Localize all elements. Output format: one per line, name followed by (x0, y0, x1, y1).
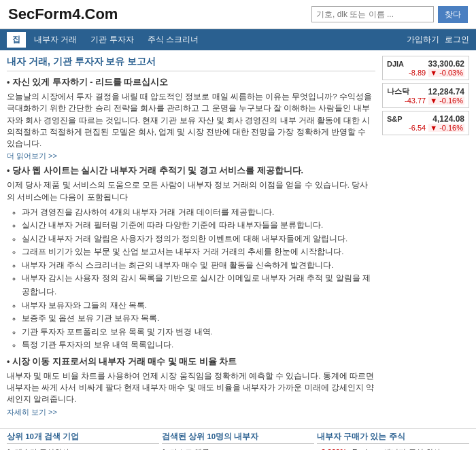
search-button[interactable]: 찾다 (438, 6, 468, 23)
bottom-col3-list: +3,333%Enphase 에너지 주식 회사+2,449%Axsome Th… (317, 446, 469, 450)
ticker-nasdaq: 나스닥 12,284.74 -43.77 ▼ -0.16% (382, 83, 469, 108)
feature-item: 실시간 내부자 거래 알림은 사용자가 정의가 정의한 이벤트에 대해 내부자들… (22, 232, 375, 246)
feature-item: 내부자 보유자와 그들의 재산 목록. (22, 299, 375, 313)
nav-home[interactable]: 집 (7, 32, 26, 48)
ticker-djia-value: 33,300.62 (428, 59, 464, 69)
feature-item: 내부자 감시는 사용자 정의 감시 목록을 기반으로 실시간 이메일로 내부자 … (22, 272, 375, 298)
section2-text: 이제 당사 제품 및 서비스의 도움으로 모든 사람이 내부자 정보 거래의 이… (7, 179, 375, 203)
bottom-col1-title: 상위 10개 검색 기업 (7, 432, 159, 444)
bottom-col2-title: 검색된 상위 10명의 내부자 (162, 432, 314, 444)
feature-item: 특정 기관 투자자의 보유 내역 목록입니다. (22, 339, 375, 352)
insider-list-item: +3,333%Enphase 에너지 주식 회사 (317, 446, 469, 450)
feature-item: 실시간 내부자 거래 필터링 기준에 따라 다양한 기준에 따라 내부자들을 분… (22, 219, 375, 232)
nav-item-insider[interactable]: 내부자 거래 (29, 32, 82, 48)
ticker-sp-pct: ▼ -0.16% (428, 124, 464, 132)
bottom-col3: 내부자 구매가 있는 주식 +3,333%Enphase 에너지 주식 회사+2… (317, 432, 469, 450)
ticker-djia-change: -8.89 (409, 69, 426, 77)
ticker-djia-change-row: -8.89 ▼ -0.03% (387, 69, 464, 77)
section1-text: 오늘날의 시장에서 투자 결정을 내릴 때 압도적인 정보로 매일 씨름하는 이… (7, 91, 375, 150)
insider-pct: +3,333% (317, 446, 350, 450)
list-item: 1. 테슬라 주식회사 (7, 446, 159, 450)
nav-signup[interactable]: 가입하기 (407, 34, 439, 46)
header-right: 찾다 (311, 6, 468, 23)
navbar: 집 내부자 거래 기관 투자자 주식 스크리너 가입하기 로그인 (0, 29, 476, 50)
ticker-sp-change-row: -6.54 ▼ -0.16% (387, 124, 464, 132)
logo: SecForm4.Com (8, 5, 118, 23)
header: SecForm4.Com 찾다 (0, 0, 476, 29)
insider-name: Enphase 에너지 주식 회사 (352, 446, 441, 450)
ticker-djia-row: DJIA 33,300.62 (387, 59, 464, 69)
section3-read-more[interactable]: 자세히 보기 >> (7, 407, 375, 417)
ticker-nasdaq-change: -43.77 (405, 97, 426, 105)
feature-list: 과거 경영진을 감사하여 4개의 내부자 거래 거래 데이터를 제공합니다. 실… (22, 206, 375, 352)
ticker-nasdaq-change-row: -43.77 ▼ -0.16% (387, 97, 464, 105)
section-invest-confidently: • 자신 있게 투자하기 - 리드를 따르십시오 오늘날의 시장에서 투자 결정… (7, 77, 375, 161)
search-input[interactable] (311, 6, 434, 22)
ticker-djia-pct: ▼ -0.03% (428, 69, 464, 77)
ticker-sp: S&P 4,124.08 -6.54 ▼ -0.16% (382, 111, 469, 135)
bottom-col2: 검색된 상위 10명의 내부자 1. 마스크 엘론 2. 프로스트 필립 머릴랜… (162, 432, 314, 450)
ticker-nasdaq-row: 나스닥 12,284.74 (387, 86, 464, 97)
section3-title: • 시장 이동 지표로서의 내부자 거래 매수 및 매도 비율 차트 (7, 356, 375, 368)
feature-item: 기관 투자자 포트폴리오 보유 목록 및 기자 변경 내역. (22, 326, 375, 339)
ticker-sp-name: S&P (387, 115, 403, 123)
sidebar: DJIA 33,300.62 -8.89 ▼ -0.03% 나스닥 12,284… (382, 56, 469, 420)
page-title: 내자 거래, 기관 투자자 보유 보고서 (7, 56, 375, 71)
bottom-col1: 상위 10개 검색 기업 1. 테슬라 주식회사 2. 애플 주식회사 3. A… (7, 432, 159, 450)
bottom-col1-list: 1. 테슬라 주식회사 2. 애플 주식회사 3. AMC 엔터테인먼트 홀딩스… (7, 446, 159, 450)
section-realtime: • 당사 웹 사이트는 실시간 내부자 거래 추적기 및 경고 서비스를 제공합… (7, 165, 375, 352)
section1-title: • 자신 있게 투자하기 - 리드를 따르십시오 (7, 77, 375, 88)
nav-right: 가입하기 로그인 (407, 34, 469, 46)
nav-item-institutional[interactable]: 기관 투자자 (85, 32, 139, 48)
feature-item: 내부자 거래 주식 스크리너는 최근의 내부자 매수 및 판매 활동을 신속하게… (22, 259, 375, 273)
bottom-section: 상위 10개 검색 기업 1. 테슬라 주식회사 2. 애플 주식회사 3. A… (0, 428, 476, 450)
nav-left: 집 내부자 거래 기관 투자자 주식 스크리너 (7, 32, 204, 48)
section3-text: 내부자 및 매도 비율 차트를 사용하여 언제 시장 움직임을 정확하게 예측할… (7, 370, 375, 406)
feature-item: 보증주 및 옵션 보유 기관 보유자 목록. (22, 312, 375, 326)
section1-read-more[interactable]: 더 읽어보기 >> (7, 151, 375, 161)
ticker-nasdaq-value: 12,284.74 (428, 87, 464, 97)
feature-item: 그래프 비기가 있는 부문 및 산업 보고서는 내부자 거래 거래의 추세를 한… (22, 245, 375, 259)
nav-item-screener[interactable]: 주식 스크리너 (142, 32, 204, 48)
ticker-djia-name: DJIA (387, 60, 404, 68)
ticker-sp-value: 4,124.08 (432, 114, 464, 124)
ticker-djia: DJIA 33,300.62 -8.89 ▼ -0.03% (382, 56, 469, 80)
ticker-nasdaq-pct: ▼ -0.16% (428, 97, 464, 105)
list-item: 1. 마스크 엘론 (162, 446, 314, 450)
nav-login[interactable]: 로그인 (445, 34, 469, 46)
main-container: 내자 거래, 기관 투자자 보유 보고서 • 자신 있게 투자하기 - 리드를 … (0, 50, 476, 426)
ticker-nasdaq-name: 나스닥 (387, 86, 409, 97)
main-content: 내자 거래, 기관 투자자 보유 보고서 • 자신 있게 투자하기 - 리드를 … (7, 56, 375, 420)
bottom-col2-list: 1. 마스크 엘론 2. 프로스트 필립 머릴랜드 3. 버핏 워렌 E 4. … (162, 446, 314, 450)
bottom-col3-title: 내부자 구매가 있는 주식 (317, 432, 469, 444)
ticker-sp-row: S&P 4,124.08 (387, 114, 464, 124)
section-chart: • 시장 이동 지표로서의 내부자 거래 매수 및 매도 비율 차트 내부자 및… (7, 356, 375, 417)
section2-title: • 당사 웹 사이트는 실시간 내부자 거래 추적기 및 경고 서비스를 제공합… (7, 165, 375, 177)
ticker-sp-change: -6.54 (409, 124, 426, 132)
feature-item: 과거 경영진을 감사하여 4개의 내부자 거래 거래 데이터를 제공합니다. (22, 206, 375, 220)
